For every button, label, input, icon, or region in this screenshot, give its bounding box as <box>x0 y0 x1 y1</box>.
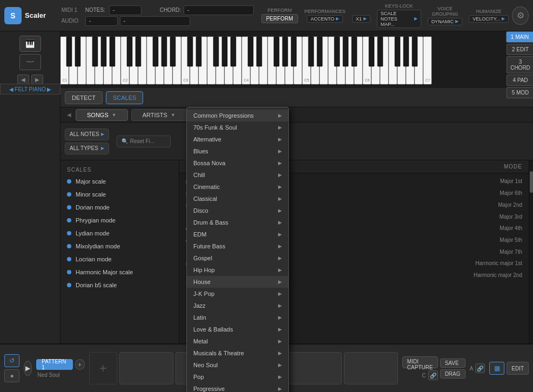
accento-value[interactable]: ACCENTO ▶ <box>307 15 343 23</box>
notes-label: NOTES: <box>85 7 107 13</box>
dropdown-item-label: Hip Hop <box>193 267 215 273</box>
dropdown-menu-item[interactable]: Gospel▶ <box>187 252 288 264</box>
grid-button[interactable]: ▦ <box>489 362 504 375</box>
perform-section: PERFORM PERFORM <box>261 8 298 23</box>
scale-list-item[interactable]: Lydian mode <box>60 227 179 240</box>
chord-slot-4[interactable] <box>288 352 342 384</box>
main-tab[interactable]: 1 MAIN <box>506 31 533 43</box>
artists-tab[interactable]: ARTISTS ▼ <box>131 109 187 121</box>
dynamic-value[interactable]: DYNAMIC ▶ <box>428 18 463 25</box>
scale-list-item[interactable]: Dorian b5 scale <box>60 279 179 292</box>
scale-list-item[interactable]: Locrian mode <box>60 253 179 266</box>
sub-arrow-icon: ▶ <box>278 350 282 356</box>
link-button-2[interactable]: 🔗 <box>475 363 485 373</box>
pattern1-button[interactable]: PATTERN 1 <box>36 359 72 370</box>
dropdown-menu-item[interactable]: Alternative▶ <box>187 133 288 145</box>
chord-slot-1[interactable] <box>119 352 173 384</box>
dropdown-menu-item[interactable]: Progressive▶ <box>187 383 288 392</box>
felt-piano-label[interactable]: ◀ FELT PIANO ▶ <box>0 84 60 94</box>
chord-tab[interactable]: 3 CHORD <box>507 56 533 73</box>
svg-rect-65 <box>231 37 236 66</box>
x1-section: X1 ▶ <box>352 9 370 23</box>
scale-list-item[interactable]: Mixolydian mode <box>60 240 179 253</box>
next-arrow-button[interactable]: ▶ <box>31 75 43 84</box>
scale-name: Phrygian mode <box>76 217 116 224</box>
wave-view-button[interactable]: 〰 <box>19 54 41 70</box>
pad-tab[interactable]: 4 PAD <box>507 75 533 86</box>
sub-arrow-icon: ▶ <box>278 113 282 118</box>
all-notes-filter[interactable]: ALL NOTES ▶ <box>65 129 109 140</box>
neo-soul-label: Ned Soul <box>36 372 84 378</box>
mod-tab[interactable]: 5 MOD <box>507 87 533 98</box>
dropdown-menu-item[interactable]: Musicals & Theatre▶ <box>187 347 288 359</box>
scales-button[interactable]: SCALES <box>106 91 143 104</box>
dropdown-menu-item[interactable]: Cinematic▶ <box>187 181 288 193</box>
sub-arrow-icon: ▶ <box>278 279 282 285</box>
dropdown-menu-item[interactable]: Common Progressions▶ <box>187 110 288 121</box>
dropdown-menu-item[interactable]: J-K Pop▶ <box>187 288 288 300</box>
dropdown-menu-item[interactable]: EDM▶ <box>187 228 288 240</box>
play-button[interactable]: ▶ <box>24 361 32 376</box>
dropdown-menu-item[interactable]: Disco▶ <box>187 205 288 217</box>
perform-button[interactable]: PERFORM <box>261 14 298 23</box>
dropdown-menu-item[interactable]: Jazz▶ <box>187 300 288 312</box>
audio-input1[interactable]: - <box>85 16 118 26</box>
dropdown-menu-item[interactable]: Chill▶ <box>187 169 288 181</box>
dropdown-menu-item[interactable]: Drum & Bass▶ <box>187 217 288 228</box>
dropdown-menu-item[interactable]: Love & Ballads▶ <box>187 323 288 335</box>
midi1-label: MIDI 1 <box>62 7 83 13</box>
piano-view-button[interactable]: 🎹 <box>19 36 41 52</box>
add-pattern-button[interactable]: + <box>75 359 85 370</box>
velocity-value[interactable]: VELOCITY... ▶ <box>469 15 509 23</box>
scale-notes-value[interactable]: SCALE NOTES MAP... ▶ <box>377 10 421 28</box>
chord-slot-5[interactable] <box>344 352 398 384</box>
scale-list-item[interactable]: Dorian mode <box>60 201 179 214</box>
dropdown-menu-item[interactable]: Bossa Nova▶ <box>187 157 288 169</box>
edit-tab[interactable]: 2 EDIT <box>507 44 533 55</box>
edit-bottom-button[interactable]: EDIT <box>507 362 529 375</box>
dropdown-menu-item[interactable]: Neo Soul▶ <box>187 359 288 371</box>
mode-item-mode: Harmonic major 2nd <box>474 272 522 278</box>
dropdown-item-label: Gospel <box>193 255 212 261</box>
scale-list-item[interactable]: Harmonic Major scale <box>60 266 179 279</box>
record-button[interactable]: ● <box>4 369 19 382</box>
dropdown-item-label: Drum & Bass <box>193 219 228 226</box>
dropdown-menu-item[interactable]: Future Bass▶ <box>187 240 288 252</box>
notes-input[interactable]: - <box>109 5 141 15</box>
dropdown-menu-item[interactable]: Hip Hop▶ <box>187 264 288 276</box>
dropdown-menu-item[interactable]: Latin▶ <box>187 312 288 323</box>
settings-button[interactable]: ⚙ <box>512 6 529 25</box>
dropdown-menu-item[interactable]: House▶ <box>187 276 288 288</box>
scale-list-item[interactable]: Phrygian mode <box>60 214 179 227</box>
top-row-2: AUDIO - - <box>62 16 254 26</box>
x1-value[interactable]: X1 ▶ <box>352 15 370 23</box>
svg-rect-74 <box>343 37 348 66</box>
top-controls: MIDI 1 NOTES: - CHORD: - AUDIO - - <box>62 5 254 26</box>
dropdown-menu-item[interactable]: Metal▶ <box>187 335 288 347</box>
add-chord-button[interactable]: + <box>89 352 117 384</box>
drag-button[interactable]: DRAG <box>440 369 465 379</box>
dropdown-menu-item[interactable]: Classical▶ <box>187 193 288 205</box>
scale-list-item[interactable]: Major scale <box>60 175 179 188</box>
dropdown-menu-item[interactable]: 70s Funk & Soul▶ <box>187 121 288 133</box>
dropdown-menu-item[interactable]: Blues▶ <box>187 145 288 157</box>
save-button[interactable]: SAVE <box>440 359 465 368</box>
c-label: C <box>422 373 426 379</box>
link-button[interactable]: 🔗 <box>428 370 438 380</box>
loop-button[interactable]: ↺ <box>4 354 19 367</box>
midi-capture-button[interactable]: MIDI CAPTURE <box>402 356 438 368</box>
mode-item-mode: Major 1st <box>500 178 522 185</box>
svg-rect-61 <box>187 37 193 66</box>
detect-button[interactable]: DETECT <box>65 91 103 104</box>
scale-list-item[interactable]: Minor scale <box>60 188 179 201</box>
dropdown-item-label: Latin <box>193 314 206 321</box>
prev-arrow-button[interactable]: ◀ <box>17 75 29 84</box>
audio-input2[interactable]: - <box>120 16 190 26</box>
right-tabs: 1 MAIN 2 EDIT 3 CHORD 4 PAD 5 MOD <box>506 31 533 98</box>
svg-rect-53 <box>92 37 98 66</box>
songs-tab[interactable]: SONGS ▼ <box>76 109 128 121</box>
chord-input[interactable]: - <box>184 5 254 15</box>
dropdown-menu-item[interactable]: Pop▶ <box>187 371 288 383</box>
svg-rect-63 <box>213 37 219 66</box>
all-types-filter[interactable]: ALL TYPES ▶ <box>65 143 109 154</box>
